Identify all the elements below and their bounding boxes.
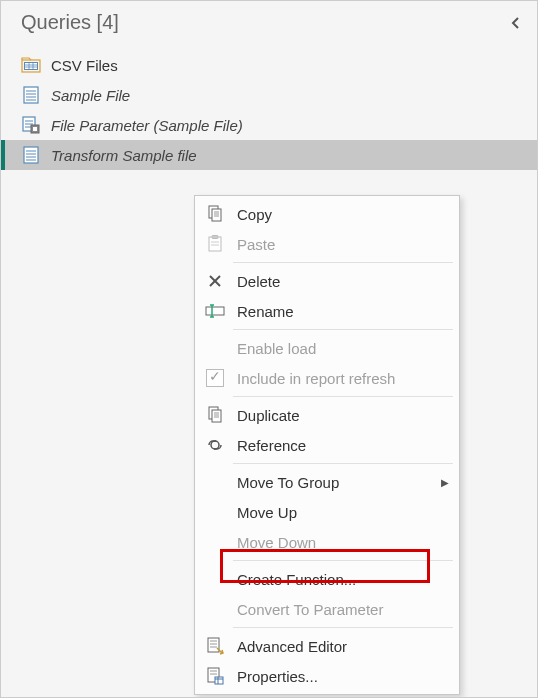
query-list: CSV Files Sample File <box>1 46 537 170</box>
copy-icon <box>203 204 227 224</box>
submenu-arrow-icon: ▶ <box>441 477 449 488</box>
blank-icon <box>203 472 227 492</box>
file-icon <box>21 86 41 104</box>
menu-label: Reference <box>237 437 449 454</box>
svg-rect-6 <box>24 87 38 103</box>
reference-icon <box>203 435 227 455</box>
blank-icon <box>203 599 227 619</box>
blank-icon <box>203 532 227 552</box>
query-label: CSV Files <box>51 57 118 74</box>
menu-label: Paste <box>237 236 449 253</box>
menu-advanced-editor[interactable]: Advanced Editor <box>197 631 457 661</box>
checkbox-icon: ✓ <box>203 368 227 388</box>
delete-icon <box>203 271 227 291</box>
menu-enable-load: Enable load <box>197 333 457 363</box>
menu-create-function[interactable]: Create Function... <box>197 564 457 594</box>
menu-move-down: Move Down <box>197 527 457 557</box>
advanced-editor-icon <box>203 636 227 656</box>
menu-copy[interactable]: Copy <box>197 199 457 229</box>
query-item-csv-files[interactable]: CSV Files <box>1 50 537 80</box>
menu-label: Convert To Parameter <box>237 601 449 618</box>
panel-title: Queries [4] <box>21 11 119 34</box>
svg-rect-49 <box>215 677 223 684</box>
collapse-icon[interactable] <box>509 16 523 30</box>
panel-header: Queries [4] <box>1 1 537 46</box>
menu-move-to-group[interactable]: Move To Group ▶ <box>197 467 457 497</box>
duplicate-icon <box>203 405 227 425</box>
query-label: Sample File <box>51 87 130 104</box>
svg-rect-16 <box>33 127 37 131</box>
svg-rect-27 <box>209 237 221 251</box>
query-item-sample-file[interactable]: Sample File <box>1 80 537 110</box>
menu-duplicate[interactable]: Duplicate <box>197 400 457 430</box>
menu-label: Delete <box>237 273 449 290</box>
file-icon <box>21 146 41 164</box>
menu-separator <box>233 627 453 628</box>
menu-properties[interactable]: Properties... <box>197 661 457 691</box>
menu-label: Rename <box>237 303 449 320</box>
properties-icon <box>203 666 227 686</box>
menu-convert-to-parameter: Convert To Parameter <box>197 594 457 624</box>
query-item-transform-sample[interactable]: Transform Sample file <box>1 140 537 170</box>
context-menu: Copy Paste Delete Rename Enable load ✓ I… <box>194 195 460 695</box>
menu-separator <box>233 463 453 464</box>
menu-separator <box>233 560 453 561</box>
query-label: Transform Sample file <box>51 147 197 164</box>
svg-rect-1 <box>25 63 38 70</box>
svg-rect-28 <box>212 236 218 239</box>
svg-rect-23 <box>212 209 221 221</box>
menu-label: Move Down <box>237 534 449 551</box>
svg-rect-17 <box>24 147 38 163</box>
menu-include-refresh: ✓ Include in report refresh <box>197 363 457 393</box>
menu-rename[interactable]: Rename <box>197 296 457 326</box>
folder-icon <box>21 56 41 74</box>
paste-icon <box>203 234 227 254</box>
blank-icon <box>203 338 227 358</box>
svg-rect-33 <box>206 307 224 315</box>
menu-move-up[interactable]: Move Up <box>197 497 457 527</box>
menu-label: Create Function... <box>237 571 449 588</box>
menu-separator <box>233 262 453 263</box>
menu-label: Include in report refresh <box>237 370 449 387</box>
menu-label: Enable load <box>237 340 449 357</box>
menu-delete[interactable]: Delete <box>197 266 457 296</box>
menu-reference[interactable]: Reference <box>197 430 457 460</box>
svg-rect-42 <box>208 638 219 652</box>
parameter-icon <box>21 116 41 134</box>
menu-label: Move To Group <box>237 474 431 491</box>
menu-label: Duplicate <box>237 407 449 424</box>
blank-icon <box>203 502 227 522</box>
menu-paste: Paste <box>197 229 457 259</box>
menu-separator <box>233 396 453 397</box>
menu-label: Advanced Editor <box>237 638 449 655</box>
menu-label: Move Up <box>237 504 449 521</box>
query-item-file-parameter[interactable]: File Parameter (Sample File) <box>1 110 537 140</box>
menu-label: Copy <box>237 206 449 223</box>
rename-icon <box>203 301 227 321</box>
svg-rect-38 <box>212 410 221 422</box>
blank-icon <box>203 569 227 589</box>
menu-separator <box>233 329 453 330</box>
query-label: File Parameter (Sample File) <box>51 117 243 134</box>
menu-label: Properties... <box>237 668 449 685</box>
